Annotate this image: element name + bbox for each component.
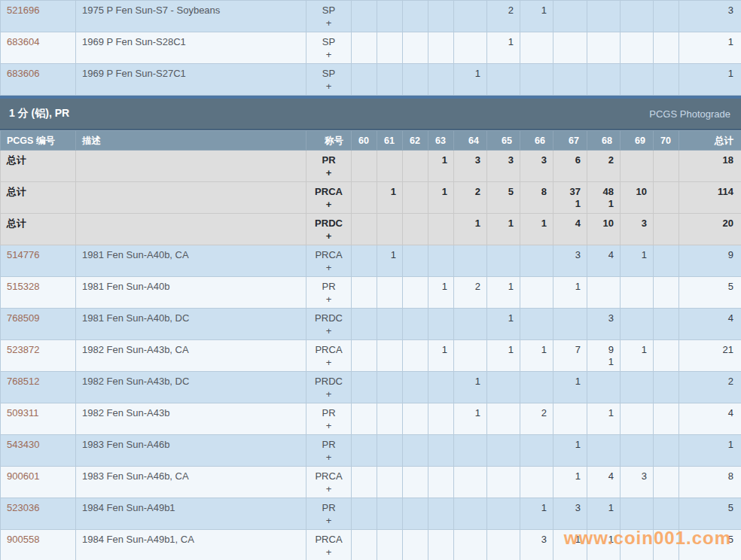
grade-68-count-cell: 1	[587, 498, 621, 530]
grade-68-count-cell: 1	[587, 403, 621, 435]
grade-65-count-cell: 1	[487, 32, 520, 64]
designation-cell: PRCA+	[306, 182, 352, 214]
grade-68-count-cell: 4	[587, 467, 621, 498]
grade-69-count-cell	[621, 64, 654, 96]
column-header-grade-66: 66	[520, 131, 553, 151]
table-row: 5434301983 Fen Sun-A46bPR+11	[1, 435, 741, 467]
pcgs-number-link[interactable]: 509311	[7, 407, 38, 418]
pcgs-number-link[interactable]: 768509	[7, 312, 39, 324]
grade-70-count-cell	[654, 214, 679, 245]
coin-description: 1983 Fen Sun-A46b	[76, 435, 306, 467]
plus-designation-label: +	[308, 388, 349, 400]
designation-label: SP	[322, 5, 335, 16]
plus-designation-label: +	[308, 80, 349, 93]
plus-designation-label: +	[308, 356, 349, 369]
grade-63-count-cell: 1	[428, 151, 454, 182]
grade-66-count-cell	[520, 372, 553, 403]
grade-60-count-cell	[352, 1, 377, 32]
grade-67-count-cell: 6	[553, 151, 587, 182]
grade-70-count-cell	[654, 340, 679, 372]
total-count-cell: 5	[679, 498, 741, 530]
grade-69-count-cell	[621, 530, 654, 560]
plus-designation-label: +	[308, 482, 349, 495]
grade-70-count-cell	[654, 32, 679, 64]
totals-row: 总计PRDC+111410320	[1, 214, 741, 245]
table-row: 5238721982 Fen Sun-A43b, CAPRCA+11179 11…	[1, 340, 741, 372]
pcgs-number-link[interactable]: 523872	[7, 344, 39, 355]
table-row: 7685091981 Fen Sun-A40b, DCPRDC+134	[1, 309, 741, 340]
column-header-row: PCGS 编号描述称号6061626364656667686970总计	[1, 131, 741, 151]
designation-cell: PR+	[306, 403, 352, 435]
grade-67-count-cell	[553, 309, 587, 340]
plus-designation-label: +	[308, 48, 349, 61]
grade-63-count-cell	[428, 498, 454, 530]
designation-label: PR	[322, 407, 335, 418]
pcgs-number-link[interactable]: 683606	[7, 68, 39, 79]
grade-67-count-cell: 3	[553, 245, 587, 277]
total-count-cell: 8	[679, 467, 741, 498]
grade-66-count-cell	[520, 435, 553, 467]
pcgs-photograde-link[interactable]: PCGS Photograde	[649, 108, 730, 120]
grade-69-count-cell	[621, 498, 654, 530]
grade-67-count-cell	[553, 32, 587, 64]
total-count-cell: 21	[679, 340, 741, 372]
grade-69-count-cell: 1	[621, 245, 654, 277]
designation-cell: PR+	[306, 277, 352, 309]
grade-70-count-cell	[654, 372, 679, 403]
grade-69-count-cell: 1	[621, 340, 654, 372]
grade-60-count-cell	[352, 467, 377, 498]
grade-63-count-cell	[428, 64, 454, 96]
column-header-grade-63: 63	[428, 131, 454, 151]
grade-63-count-cell: 1	[428, 182, 454, 214]
grade-63-count-cell: 1	[428, 277, 454, 309]
grade-62-count-cell	[403, 245, 428, 277]
section-header-bar: 1 分 (铝), PR PCGS Photograde	[0, 96, 741, 130]
plus-designation-label: +	[308, 261, 349, 274]
grade-64-count-cell	[454, 530, 487, 560]
grade-62-count-cell	[403, 340, 428, 372]
designation-cell: PRCA+	[306, 340, 352, 372]
plus-designation-label: +	[308, 324, 349, 337]
column-header-grade-64: 64	[454, 131, 487, 151]
pcgs-number-link[interactable]: 514776	[7, 249, 39, 260]
designation-cell: PRCA+	[306, 467, 352, 498]
grade-61-count-cell	[377, 403, 403, 435]
grade-67-count-cell: 7	[553, 340, 587, 372]
pcgs-number-link[interactable]: 515328	[7, 281, 39, 292]
grade-68-count-cell	[587, 64, 621, 96]
grade-70-count-cell	[654, 1, 679, 32]
grade-60-count-cell	[352, 64, 377, 96]
grade-70-count-cell	[654, 403, 679, 435]
grade-65-count-cell	[487, 435, 520, 467]
grade-69-count-cell	[621, 372, 654, 403]
plus-designation-label: +	[308, 230, 349, 242]
pcgs-number-link[interactable]: 521696	[7, 5, 39, 16]
plus-designation-label: +	[308, 17, 349, 29]
population-table-previous-section: 5216961975 P Fen Sun-S7 - SoybeansSP+213…	[0, 0, 741, 96]
grade-67-count-cell	[553, 64, 587, 96]
grade-61-count-cell	[377, 64, 403, 96]
designation-cell: PR+	[306, 498, 352, 530]
pcgs-number-link[interactable]: 900601	[7, 470, 39, 482]
pcgs-number-link[interactable]: 683604	[7, 36, 39, 47]
grade-63-count-cell	[428, 245, 454, 277]
grade-65-count-cell: 1	[487, 340, 520, 372]
designation-cell: PRDC+	[306, 372, 352, 403]
column-header-grade-61: 61	[377, 131, 403, 151]
grade-68-count-cell	[587, 435, 621, 467]
grade-61-count-cell	[377, 309, 403, 340]
pcgs-number-link[interactable]: 900558	[7, 534, 39, 545]
population-table-pr-section: PCGS 编号描述称号6061626364656667686970总计 总计PR…	[0, 130, 741, 560]
pcgs-number-link[interactable]: 523036	[7, 502, 39, 513]
grade-69-count-cell	[621, 277, 654, 309]
total-count-cell: 9	[679, 245, 741, 277]
total-count-cell: 114	[679, 182, 741, 214]
plus-designation-label: +	[308, 166, 349, 179]
pcgs-number-link[interactable]: 543430	[7, 439, 39, 450]
table-row: 9005581984 Fen Sun-A49b1, CAPRCA+3115	[1, 530, 741, 560]
pcgs-number-link[interactable]: 768512	[7, 376, 39, 387]
column-header-designation: 称号	[306, 131, 352, 151]
grade-61-count-cell: 1	[377, 245, 403, 277]
plus-designation-label: +	[308, 451, 349, 464]
grade-64-count-cell	[454, 435, 487, 467]
